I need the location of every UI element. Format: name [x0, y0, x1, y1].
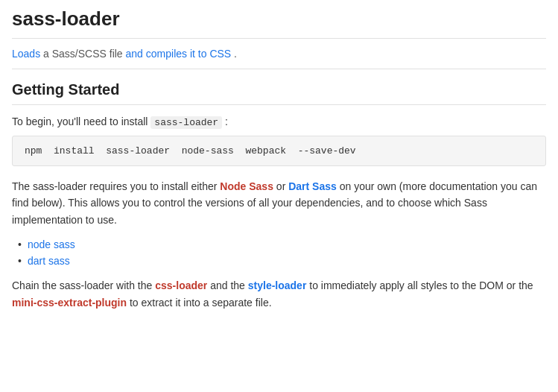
description-paragraph: The sass-loader requires you to install … [12, 178, 546, 228]
bullet-list: node sass dart sass [18, 238, 546, 267]
list-item: node sass [18, 238, 546, 250]
list-item: dart sass [18, 255, 546, 267]
chain-text1: Chain the sass-loader with the [12, 279, 155, 291]
dart-sass-list-link[interactable]: dart sass [28, 255, 70, 267]
compiles-text: and [126, 48, 143, 60]
css-loader-link[interactable]: css-loader [155, 279, 207, 291]
chain-paragraph: Chain the sass-loader with the css-loade… [12, 277, 546, 311]
getting-started-heading: Getting Started [12, 81, 546, 105]
subtitle-text1: a Sass/SCSS file [43, 48, 126, 60]
desc-text1: The sass-loader requires you to install … [12, 180, 220, 192]
chain-text3: to immediately apply all styles to the D… [306, 279, 533, 291]
intro-code: sass-loader [150, 116, 222, 129]
intro-colon: : [222, 116, 228, 127]
compiles-text2: compiles it to CSS [146, 48, 231, 60]
desc-text2: or [273, 180, 288, 192]
node-sass-list-link[interactable]: node sass [28, 238, 75, 250]
chain-text2: and the [207, 279, 248, 291]
intro-paragraph: To begin, you'll need to install sass-lo… [12, 116, 546, 128]
mini-css-link[interactable]: mini-css-extract-plugin [12, 297, 127, 309]
code-block: npm install sass-loader node-sass webpac… [12, 136, 546, 166]
node-sass-link[interactable]: Node Sass [220, 180, 273, 192]
subtitle: Loads a Sass/SCSS file and compiles it t… [12, 48, 546, 69]
chain-text4: to extract it into a separate file. [127, 297, 272, 309]
page-title: sass-loader [12, 7, 546, 39]
style-loader-link[interactable]: style-loader [248, 279, 307, 291]
loads-text: Loads [12, 48, 40, 60]
intro-text: To begin, you'll need to install [12, 116, 150, 127]
subtitle-period: . [234, 48, 237, 60]
dart-sass-link[interactable]: Dart Sass [288, 180, 337, 192]
